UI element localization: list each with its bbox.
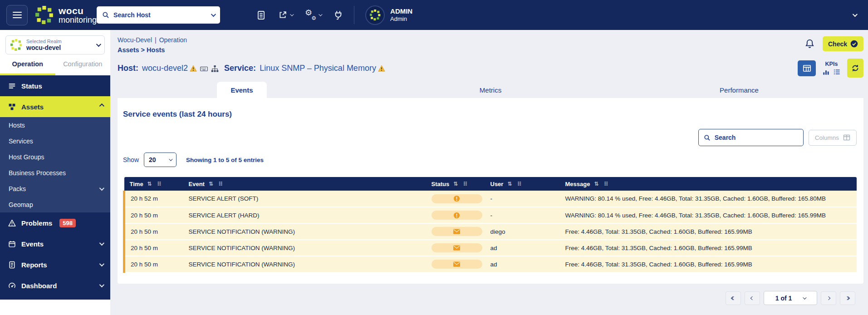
chevron-down-icon <box>99 282 104 287</box>
settings-button[interactable]: ⚙⚙ <box>305 10 321 20</box>
table-row[interactable]: 20 h 50 m SERVICE NOTIFICATION (WARNING)… <box>124 223 857 240</box>
host-search[interactable] <box>97 6 220 24</box>
table-search[interactable] <box>698 129 804 146</box>
breadcrumb-section[interactable]: Operation <box>159 36 187 44</box>
show-label: Show <box>123 156 139 163</box>
sidebar-item-services[interactable]: Services <box>0 133 110 149</box>
drag-handle-icon[interactable]: ⠿ <box>463 181 467 187</box>
status-badge <box>432 260 482 269</box>
drag-handle-icon[interactable]: ⠿ <box>603 181 608 187</box>
list-icon[interactable] <box>834 69 840 75</box>
drag-handle-icon[interactable]: ⠿ <box>218 181 222 187</box>
sidebar-item-problems[interactable]: Problems 598 <box>0 212 110 233</box>
panel-title: Service events (last 24 hours) <box>123 98 857 119</box>
sidebar-item-status[interactable]: Status <box>0 75 110 96</box>
sitemap-icon[interactable] <box>211 65 219 73</box>
table-view-button[interactable] <box>798 60 816 76</box>
submenu-label: Business Processes <box>9 169 66 177</box>
status-bars-icon <box>8 82 16 90</box>
bar-chart-icon[interactable] <box>823 69 829 75</box>
sort-icon[interactable]: ⇅ <box>594 181 598 187</box>
chevron-down-icon[interactable] <box>211 12 216 17</box>
breadcrumb-realm[interactable]: Wocu-Devel <box>118 36 152 44</box>
host-label: Host: <box>118 64 138 73</box>
tab-metrics-label: Metrics <box>466 82 515 98</box>
column-header-time[interactable]: Time⇅⠿ <box>124 177 183 191</box>
cell-event: SERVICE ALERT (SOFT) <box>183 191 426 207</box>
column-header-message[interactable]: Message⇅⠿ <box>560 177 857 191</box>
realm-selector[interactable]: Selected Realm wocu-devel <box>5 35 105 54</box>
sidebar-item-label: Events <box>21 240 44 248</box>
sort-icon[interactable]: ⇅ <box>147 181 152 187</box>
cell-event: SERVICE NOTIFICATION (WARNING) <box>183 240 426 256</box>
cell-status <box>426 207 485 223</box>
table-row[interactable]: 20 h 50 m SERVICE NOTIFICATION (WARNING)… <box>124 256 857 272</box>
cell-time: 20 h 50 m <box>124 256 183 272</box>
cell-message: Free: 4.46GB, Total: 31.35GB, Cached: 1.… <box>560 240 857 256</box>
tab-metrics[interactable]: Metrics <box>366 82 615 98</box>
column-header-user[interactable]: User⇅⠿ <box>485 177 560 191</box>
table-row[interactable]: 20 h 50 m SERVICE ALERT (HARD) - WARNING… <box>124 207 857 223</box>
columns-button[interactable]: Columns <box>809 130 857 146</box>
page-size-select[interactable]: 20 <box>144 153 177 167</box>
status-badge <box>432 211 482 220</box>
sort-icon[interactable]: ⇅ <box>453 181 458 187</box>
drag-handle-icon[interactable]: ⠿ <box>517 181 521 187</box>
external-apps-button[interactable] <box>278 10 293 20</box>
tab-performance[interactable]: Performance <box>615 82 863 98</box>
column-header-status[interactable]: Status⇅⠿ <box>426 177 485 191</box>
last-page-button[interactable] <box>840 291 855 305</box>
column-header-event[interactable]: Event⇅⠿ <box>183 177 426 191</box>
sidebar-item-packs[interactable]: Packs <box>0 181 110 197</box>
next-page-button[interactable] <box>821 291 836 305</box>
service-label: Service: <box>224 64 256 73</box>
connections-button[interactable] <box>333 10 343 20</box>
cell-status <box>426 256 485 272</box>
breadcrumb: Wocu-Devel|Operation Assets > Hosts <box>118 36 187 54</box>
envelope-icon <box>453 245 460 251</box>
check-button[interactable]: Check <box>823 36 863 51</box>
tab-configuration[interactable]: Configuration <box>55 54 111 75</box>
sort-icon[interactable]: ⇅ <box>507 181 512 187</box>
sidebar-item-hosts[interactable]: Hosts <box>0 117 110 133</box>
column-label: Message <box>565 181 590 187</box>
previous-page-button[interactable] <box>745 291 760 305</box>
sidebar-item-host-groups[interactable]: Host Groups <box>0 149 110 165</box>
host-search-input[interactable] <box>113 11 207 19</box>
refresh-button[interactable] <box>847 59 863 78</box>
hamburger-menu-button[interactable] <box>6 5 28 25</box>
table-search-input[interactable] <box>715 134 798 141</box>
warning-triangle-icon <box>378 65 385 72</box>
user-menu[interactable]: ADMIN Admin <box>365 5 856 25</box>
cell-user: diego <box>485 223 560 240</box>
plug-icon <box>333 10 343 20</box>
service-value[interactable]: Linux SNMP – Physical Memory <box>260 64 376 73</box>
topbar: wocu monitoring ⚙⚙ <box>0 0 868 30</box>
first-page-button[interactable] <box>726 291 741 305</box>
status-badge <box>432 227 482 236</box>
bell-icon[interactable] <box>804 39 815 49</box>
chevron-down-icon[interactable] <box>853 12 858 17</box>
sidebar-item-dashboard[interactable]: Dashboard <box>0 275 110 296</box>
host-value[interactable]: wocu-devel2 <box>142 64 188 73</box>
sidebar-item-label: Status <box>21 82 42 90</box>
sort-icon[interactable]: ⇅ <box>209 181 213 187</box>
exclamation-circle-icon <box>453 212 460 219</box>
table-row[interactable]: 20 h 52 m SERVICE ALERT (SOFT) - WARNING… <box>124 191 857 207</box>
drag-handle-icon[interactable]: ⠿ <box>157 181 161 187</box>
sidebar-item-geomap[interactable]: Geomap <box>0 197 110 212</box>
sidebar-item-assets[interactable]: Assets <box>0 96 110 117</box>
sidebar-item-business-processes[interactable]: Business Processes <box>0 165 110 181</box>
chevron-left-icon <box>750 296 754 300</box>
hamburger-menu-icon <box>13 10 22 20</box>
keyboard-icon[interactable] <box>200 65 208 73</box>
page-select[interactable]: 1 of 1 <box>764 291 817 305</box>
tab-operation[interactable]: Operation <box>0 54 55 75</box>
table-row[interactable]: 20 h 50 m SERVICE NOTIFICATION (WARNING)… <box>124 240 857 256</box>
sidebar-item-reports[interactable]: Reports <box>0 254 110 275</box>
breadcrumb-path[interactable]: Assets > Hosts <box>118 46 187 54</box>
calendar-icon <box>8 240 16 248</box>
sidebar-item-events[interactable]: Events <box>0 233 110 254</box>
logs-button[interactable] <box>256 10 266 20</box>
tab-events[interactable]: Events <box>118 82 366 98</box>
